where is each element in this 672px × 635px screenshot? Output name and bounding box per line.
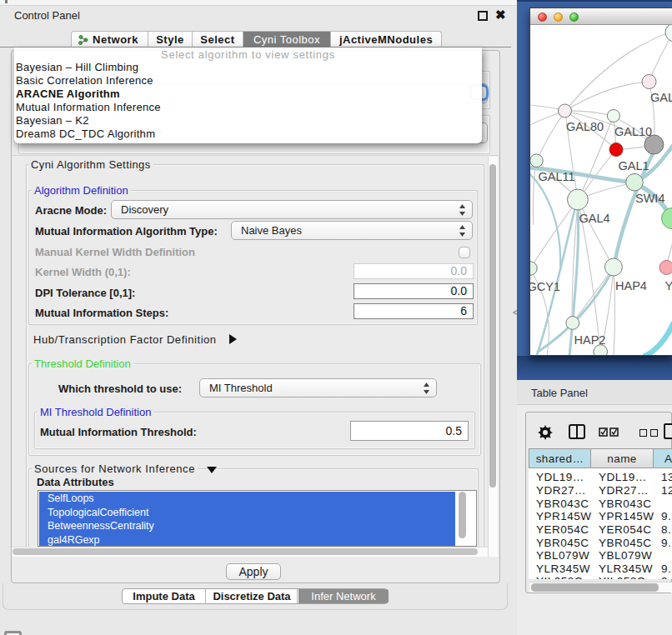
svg-text:GAL11: GAL11 — [539, 170, 575, 183]
svg-text:Y: Y — [665, 279, 672, 292]
svg-text:GAL10: GAL10 — [614, 125, 652, 138]
svg-text:HAP2: HAP2 — [574, 333, 606, 347]
svg-text:SWI4: SWI4 — [635, 192, 664, 205]
svg-text:GCY1: GCY1 — [530, 280, 560, 293]
svg-text:GAL80: GAL80 — [566, 120, 604, 133]
svg-text:GAL7: GAL7 — [650, 91, 672, 104]
svg-text:HAP4: HAP4 — [615, 279, 647, 292]
svg-text:GAL1: GAL1 — [619, 159, 649, 172]
svg-text:GAL4: GAL4 — [579, 212, 610, 225]
